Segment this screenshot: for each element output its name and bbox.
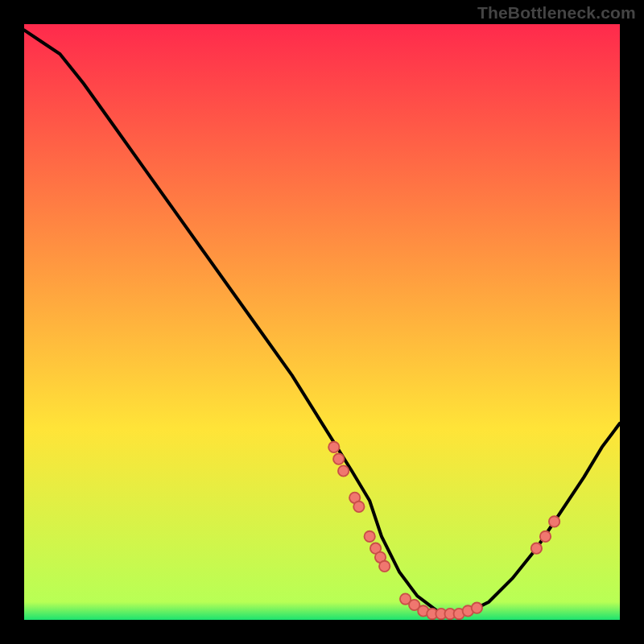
watermark-text: TheBottleneck.com — [477, 3, 636, 23]
data-point — [353, 502, 364, 512]
data-point — [365, 531, 375, 542]
data-point — [379, 561, 390, 572]
data-point — [531, 543, 542, 554]
data-point — [549, 516, 559, 526]
data-point — [472, 603, 482, 613]
data-point — [328, 442, 339, 452]
chart-container: TheBottleneck.com — [0, 0, 644, 644]
data-point — [540, 531, 551, 542]
bottleneck-chart — [24, 24, 620, 620]
data-point — [333, 454, 344, 464]
data-point — [338, 465, 349, 476]
gradient-background — [24, 24, 620, 620]
